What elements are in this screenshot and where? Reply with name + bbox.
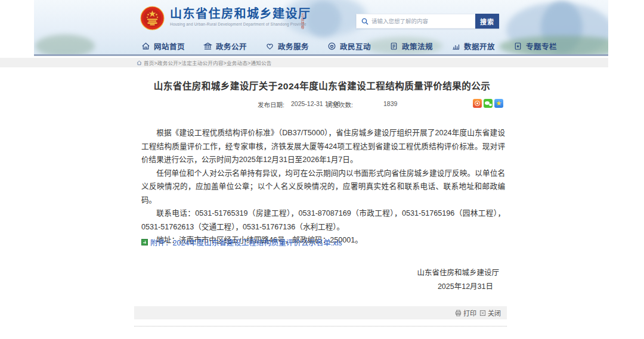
- page: 五岳独尊 山东省住房和城乡建设厅 Housing and Urban-Rural…: [0, 0, 644, 339]
- chart-icon: [451, 42, 460, 51]
- attachment-link[interactable]: 附件：2024年度山东省建设工程结构质量评价公示名单.xls: [150, 237, 342, 248]
- signature-org: 山东省住房和城乡建设厅: [134, 266, 510, 280]
- star-document-icon: [513, 42, 522, 51]
- article-title: 山东省住房和城乡建设厅关于2024年度山东省建设工程结构质量评价结果的公示: [134, 79, 510, 92]
- attachment-filename: 2024年度山东省建设工程结构质量评价公示名单.xls: [173, 239, 342, 247]
- paragraph: 根据《建设工程优质结构评价标准》（DB37/T5000），省住房城乡建设厅组织开…: [141, 126, 505, 167]
- site-banner: 五岳独尊 山东省住房和城乡建设厅 Housing and Urban-Rural…: [34, 0, 608, 56]
- breadcrumb-home-icon: [137, 60, 142, 66]
- favorite-star-icon[interactable]: ★: [494, 99, 503, 108]
- heart-service-icon: [265, 42, 274, 51]
- weibo-share-icon[interactable]: [473, 99, 482, 108]
- nav-label: 专题专栏: [526, 41, 557, 52]
- views-label: 浏览次数:: [326, 100, 353, 109]
- breadcrumb-bar: 首页>政务公开>法定主动公开内容>业务动态>通知公告: [0, 58, 608, 67]
- article-meta: 发布日期: 2025-12-31 17:06 浏览次数: 1839 ★: [0, 99, 644, 110]
- publish-date-label: 发布日期:: [258, 100, 284, 109]
- nav-item-special-topics[interactable]: 专题专栏: [513, 41, 557, 52]
- nav-label: 网站首页: [154, 41, 185, 52]
- search-box: 搜索: [356, 14, 499, 29]
- printer-icon: [455, 310, 462, 316]
- paragraph: 任何单位和个人对公示名单持有异议，均可在公示期间内以书面形式向省住房城乡建设厅反…: [141, 167, 505, 207]
- nav-label: 数据开放: [464, 41, 495, 52]
- breadcrumb[interactable]: 首页>政务公开>法定主动公开内容>业务动态>通知公告: [144, 59, 272, 66]
- main-nav: 网站首页 政务公开 政务服务 政民互动: [141, 41, 557, 52]
- document-icon: [389, 42, 398, 51]
- attachment-row: 附件：2024年度山东省建设工程结构质量评价公示名单.xls: [141, 237, 342, 248]
- close-icon: [479, 310, 486, 316]
- search-button[interactable]: 搜索: [475, 14, 499, 29]
- bank-icon: [203, 42, 212, 51]
- nav-label: 政务公开: [216, 41, 247, 52]
- article-body: 根据《建设工程优质结构评价标准》（DB37/T5000），省住房城乡建设厅组织开…: [141, 126, 505, 247]
- article-toolbar: 打印 关闭: [134, 306, 507, 319]
- views-value: 1839: [383, 100, 397, 107]
- site-title: 山东省住房和城乡建设厅: [170, 6, 311, 21]
- national-emblem-icon: [140, 6, 165, 30]
- nav-label: 政务服务: [278, 41, 309, 52]
- wechat-share-icon[interactable]: [484, 99, 493, 108]
- excel-file-icon: [141, 239, 148, 245]
- nav-item-gov-info[interactable]: 政务公开: [203, 41, 247, 52]
- attachment-label: 附件：: [150, 239, 173, 247]
- nav-item-home[interactable]: 网站首页: [141, 41, 185, 52]
- close-button[interactable]: 关闭: [479, 308, 501, 318]
- nav-label: 政策法规: [402, 41, 433, 52]
- interaction-icon: [327, 42, 336, 51]
- share-buttons: ★: [473, 99, 503, 108]
- site-title-en: Housing and Urban-Rural Development Depa…: [170, 22, 311, 26]
- nav-item-interaction[interactable]: 政民互动: [327, 41, 371, 52]
- signature-date: 2025年12月31日: [134, 280, 510, 294]
- home-icon: [141, 42, 150, 51]
- print-label: 打印: [463, 308, 476, 318]
- search-input[interactable]: [371, 18, 475, 24]
- bottom-divider: [134, 326, 507, 326]
- watercolor-trees: [35, 35, 95, 56]
- weibo-eye: [475, 101, 480, 106]
- nav-item-open-data[interactable]: 数据开放: [451, 41, 495, 52]
- nav-label: 政民互动: [340, 41, 371, 52]
- search-input-wrap: [356, 14, 475, 29]
- print-button[interactable]: 打印: [455, 308, 476, 318]
- nav-item-gov-services[interactable]: 政务服务: [265, 41, 309, 52]
- site-logo[interactable]: 山东省住房和城乡建设厅 Housing and Urban-Rural Deve…: [140, 6, 311, 30]
- nav-item-policies[interactable]: 政策法规: [389, 41, 433, 52]
- wechat-bubble: [489, 104, 492, 106]
- signature-block: 山东省住房和城乡建设厅 2025年12月31日: [134, 266, 510, 294]
- paragraph: 联系电话：0531-51765319（房建工程），0531-87087169（市…: [141, 207, 505, 234]
- search-icon: [361, 18, 369, 25]
- close-label: 关闭: [488, 308, 501, 318]
